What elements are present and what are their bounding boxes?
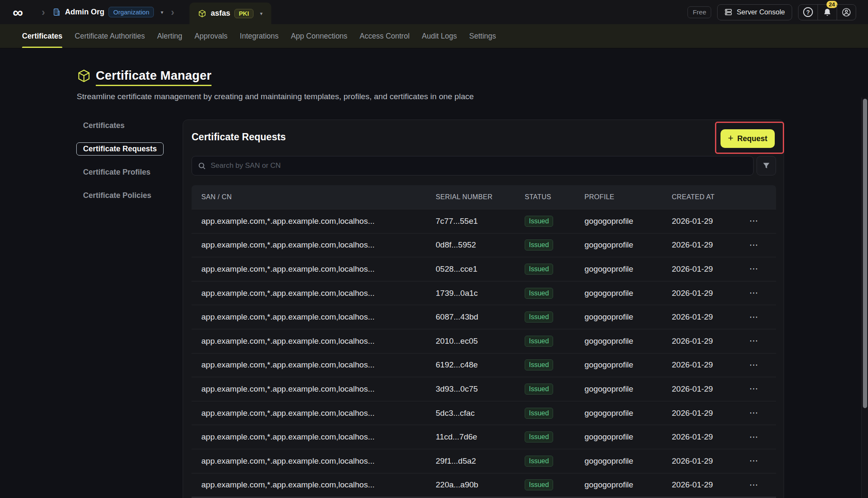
org-type-badge: Organization [108, 7, 154, 17]
nav-tab-alerting[interactable]: Alerting [157, 24, 182, 48]
sidebar-item-certificates[interactable]: Certificates [76, 119, 131, 132]
cell-profile: gogogoprofile [584, 432, 672, 442]
cell-san-cn: app.example.com,*.app.example.com,localh… [192, 337, 436, 346]
panel-title: Certificate Requests [192, 131, 286, 143]
table-row[interactable]: app.example.com,*.app.example.com,localh… [192, 281, 776, 305]
cell-serial-number: 11cd...7d6e [436, 432, 525, 442]
cell-actions: ⋯ [744, 480, 776, 490]
plus-icon: + [728, 134, 734, 143]
table-row[interactable]: app.example.com,*.app.example.com,localh… [192, 401, 776, 425]
cell-san-cn: app.example.com,*.app.example.com,localh… [192, 312, 436, 322]
help-button[interactable]: ? [798, 5, 818, 20]
account-button[interactable] [837, 5, 856, 20]
row-menu-button[interactable]: ⋯ [749, 264, 759, 273]
nav-tab-label: App Connections [291, 32, 347, 41]
table-row[interactable]: app.example.com,*.app.example.com,localh… [192, 305, 776, 329]
cell-profile: gogogoprofile [584, 456, 672, 466]
plan-badge: Free [687, 6, 711, 18]
notifications-button[interactable]: 24 [818, 5, 837, 20]
table-row[interactable]: app.example.com,*.app.example.com,localh… [192, 233, 776, 257]
search-input[interactable] [211, 161, 747, 170]
nav-tab-approvals[interactable]: Approvals [195, 24, 228, 48]
cell-profile: gogogoprofile [584, 384, 672, 394]
nav-tab-audit-logs[interactable]: Audit Logs [422, 24, 457, 48]
nav-tab-certificates[interactable]: Certificates [22, 24, 62, 48]
cell-profile: gogogoprofile [584, 480, 672, 490]
project-switcher-tab[interactable]: asfas PKI ▾ [189, 3, 271, 24]
row-menu-button[interactable]: ⋯ [749, 432, 759, 441]
cell-serial-number: 7c77...55e1 [436, 217, 525, 226]
cell-profile: gogogoprofile [584, 409, 672, 418]
status-badge: Issued [525, 288, 553, 299]
status-badge: Issued [525, 239, 553, 250]
column-header-created-at: CREATED AT [672, 193, 744, 201]
row-menu-button[interactable]: ⋯ [749, 360, 759, 369]
cell-status: Issued [525, 384, 584, 395]
sidebar-item-certificate-profiles[interactable]: Certificate Profiles [76, 166, 157, 179]
cell-san-cn: app.example.com,*.app.example.com,localh… [192, 384, 436, 394]
nav-tab-access-control[interactable]: Access Control [360, 24, 410, 48]
cell-san-cn: app.example.com,*.app.example.com,localh… [192, 360, 436, 370]
table-header-row: SAN / CNSERIAL NUMBERSTATUSPROFILECREATE… [192, 185, 776, 209]
page-subtitle: Streamline certificate management by cre… [77, 92, 474, 101]
table-row[interactable]: app.example.com,*.app.example.com,localh… [192, 329, 776, 353]
cell-actions: ⋯ [744, 312, 776, 322]
table-row[interactable]: app.example.com,*.app.example.com,localh… [192, 425, 776, 449]
certificate-requests-panel: Certificate Requests + Request SAN [183, 120, 784, 498]
table-row[interactable]: app.example.com,*.app.example.com,localh… [192, 209, 776, 233]
cell-status: Issued [525, 456, 584, 467]
notification-count-badge: 24 [826, 1, 837, 8]
sidebar-item-certificate-requests[interactable]: Certificate Requests [76, 142, 164, 156]
page-title: Certificate Manager [96, 69, 211, 86]
server-console-button[interactable]: Server Console [717, 4, 792, 20]
nav-tab-integrations[interactable]: Integrations [240, 24, 278, 48]
cell-serial-number: 29f1...d5a2 [436, 456, 525, 466]
status-badge: Issued [525, 479, 553, 490]
row-menu-button[interactable]: ⋯ [749, 336, 759, 345]
nav-tab-label: Alerting [157, 32, 182, 41]
table-row[interactable]: app.example.com,*.app.example.com,localh… [192, 377, 776, 401]
cell-created-at: 2026-01-29 [672, 217, 744, 226]
row-menu-button[interactable]: ⋯ [749, 240, 759, 249]
row-menu-button[interactable]: ⋯ [749, 312, 759, 321]
cell-serial-number: 2010...ec05 [436, 337, 525, 346]
nav-tab-app-connections[interactable]: App Connections [291, 24, 347, 48]
row-menu-button[interactable]: ⋯ [749, 480, 759, 489]
table-row[interactable]: app.example.com,*.app.example.com,localh… [192, 257, 776, 281]
app-logo-infinity-icon[interactable]: ∞ [13, 5, 23, 19]
vertical-scrollbar-thumb[interactable] [863, 99, 867, 408]
filter-button[interactable] [757, 156, 776, 175]
row-menu-button[interactable]: ⋯ [749, 408, 759, 417]
row-menu-button[interactable]: ⋯ [749, 384, 759, 393]
cell-actions: ⋯ [744, 264, 776, 274]
nav-tab-label: Certificate Authorities [75, 32, 145, 41]
table-row[interactable]: app.example.com,*.app.example.com,localh… [192, 449, 776, 473]
row-menu-button[interactable]: ⋯ [749, 288, 759, 297]
certificate-manager-icon [77, 69, 91, 83]
nav-tab-label: Certificates [22, 32, 62, 41]
chevron-down-icon: ▾ [260, 11, 263, 17]
cell-actions: ⋯ [744, 456, 776, 466]
row-menu-button[interactable]: ⋯ [749, 216, 759, 225]
cell-status: Issued [525, 216, 584, 227]
nav-tab-certificate-authorities[interactable]: Certificate Authorities [75, 24, 145, 48]
chevron-right-icon: › [171, 7, 174, 17]
sidebar-item-certificate-policies[interactable]: Certificate Policies [76, 189, 158, 202]
nav-tab-settings[interactable]: Settings [469, 24, 496, 48]
cell-created-at: 2026-01-29 [672, 456, 744, 466]
vertical-scrollbar-track[interactable] [861, 97, 868, 498]
table-row[interactable]: app.example.com,*.app.example.com,localh… [192, 353, 776, 377]
request-button[interactable]: + Request [721, 129, 775, 148]
cell-created-at: 2026-01-29 [672, 360, 744, 370]
chevron-right-icon: › [42, 7, 45, 17]
cell-serial-number: 3d93...0c75 [436, 384, 525, 394]
row-menu-button[interactable]: ⋯ [749, 456, 759, 465]
status-badge: Issued [525, 264, 553, 275]
column-header-status: STATUS [525, 193, 584, 201]
nav-tab-label: Audit Logs [422, 32, 457, 41]
cell-created-at: 2026-01-29 [672, 480, 744, 490]
table-row[interactable]: app.example.com,*.app.example.com,localh… [192, 473, 776, 497]
status-badge: Issued [525, 384, 553, 395]
cell-created-at: 2026-01-29 [672, 264, 744, 274]
org-switcher[interactable]: Admin Org Organization ▾ [53, 7, 163, 17]
